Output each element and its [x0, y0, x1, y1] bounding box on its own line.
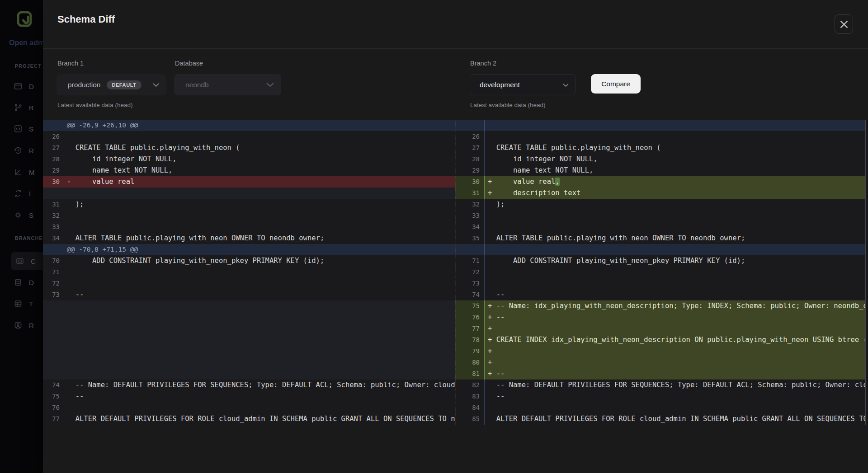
scrollbar-track[interactable]: [865, 391, 868, 402]
left-line-number: 27: [43, 142, 64, 154]
left-filler: [43, 312, 64, 323]
right-line-number: 74: [455, 289, 484, 300]
left-filler: [43, 300, 64, 312]
left-code-line: );: [64, 199, 455, 210]
branch1-meta: Latest available data (head): [57, 102, 133, 108]
scrollbar-track[interactable]: [865, 255, 868, 267]
left-filler: [43, 323, 64, 334]
right-line-number: 85: [455, 413, 484, 425]
scrollbar-track[interactable]: [865, 131, 868, 142]
left-gutter: [43, 244, 64, 255]
right-line-number: 81: [455, 368, 484, 379]
left-line-number: 73: [43, 289, 64, 300]
left-line-number: 33: [43, 221, 64, 233]
right-gutter: [455, 120, 484, 131]
right-code-line: [485, 210, 865, 221]
close-button[interactable]: [835, 14, 853, 34]
database-label: Database: [175, 60, 203, 67]
left-code-line: [64, 221, 455, 233]
left-code-line: [64, 131, 455, 142]
left-code-line: id integer NOT NULL,: [64, 154, 455, 165]
right-code-line: [485, 221, 865, 233]
scrollbar-track[interactable]: [865, 267, 868, 278]
added-code-line: + --: [485, 368, 865, 379]
scrollbar-track[interactable]: [865, 334, 868, 346]
left-code-line: ADD CONSTRAINT playing_with_neon_pkey PR…: [64, 255, 455, 267]
left-filler: [43, 346, 64, 357]
left-filler: [64, 346, 455, 357]
right-code-line: [485, 402, 865, 413]
hunk-header: @@ -26,9 +26,10 @@: [64, 120, 455, 131]
scrollbar-track[interactable]: [865, 323, 868, 334]
scrollbar-track[interactable]: [865, 199, 868, 210]
right-code-line: [485, 278, 865, 289]
modal-header: Schema Diff: [43, 0, 868, 49]
right-code-line: [485, 120, 865, 131]
right-code-line: [485, 131, 865, 142]
scrollbar-track[interactable]: [865, 165, 868, 176]
scrollbar-track[interactable]: [865, 210, 868, 221]
right-code-line: );: [485, 199, 865, 210]
left-filler: [43, 357, 64, 368]
left-line-number: 29: [43, 165, 64, 176]
scrollbar-track[interactable]: [865, 312, 868, 323]
right-line-number: 26: [455, 131, 484, 142]
left-code-line: [64, 267, 455, 278]
left-line-number: 75: [43, 391, 64, 402]
right-line-number: 29: [455, 165, 484, 176]
left-line-number: 76: [43, 402, 64, 413]
left-filler: [43, 334, 64, 346]
database-select[interactable]: neondb: [174, 74, 281, 95]
compare-button[interactable]: Compare: [591, 74, 641, 94]
left-code-line: ALTER DEFAULT PRIVILEGES FOR ROLE cloud_…: [64, 413, 455, 425]
branch2-select[interactable]: development: [470, 74, 576, 95]
schema-diff-view[interactable]: @@ -26,9 +26,10 @@262627 CREATE TABLE pu…: [43, 120, 868, 425]
right-line-number: 73: [455, 278, 484, 289]
scrollbar-track[interactable]: [865, 120, 868, 131]
scrollbar-track[interactable]: [865, 402, 868, 413]
scrollbar-track[interactable]: [865, 300, 868, 312]
scrollbar-track[interactable]: [865, 289, 868, 300]
scrollbar-track[interactable]: [865, 233, 868, 244]
added-code-line: +: [485, 357, 865, 368]
scrollbar-track[interactable]: [865, 244, 868, 255]
added-code-line: + CREATE INDEX idx_playing_with_neon_des…: [485, 334, 865, 346]
left-filler: [64, 312, 455, 323]
right-code-line: [485, 244, 865, 255]
scrollbar-track[interactable]: [865, 413, 868, 425]
right-line-number: 80: [455, 357, 484, 368]
left-code-line: [64, 210, 455, 221]
scrollbar-track[interactable]: [865, 154, 868, 165]
left-line-number: 26: [43, 131, 64, 142]
right-code-line: ALTER TABLE public.playing_with_neon OWN…: [485, 233, 865, 244]
left-code-line: ALTER TABLE public.playing_with_neon OWN…: [64, 233, 455, 244]
scrollbar-track[interactable]: [865, 368, 868, 379]
added-code-line: + -- Name: idx_playing_with_neon_descrip…: [485, 300, 865, 312]
added-code-line: + --: [485, 312, 865, 323]
screen: Open admin PROJECT DBSRMIS BRANCHES CDTR…: [0, 0, 868, 473]
scrollbar-track[interactable]: [865, 357, 868, 368]
left-line-number: 30: [43, 176, 64, 187]
right-line-number: 30: [455, 176, 484, 187]
scrollbar-track[interactable]: [865, 176, 868, 187]
left-filler: [64, 187, 455, 199]
scrollbar-track[interactable]: [865, 278, 868, 289]
left-gutter: [43, 120, 64, 131]
scrollbar-track[interactable]: [865, 379, 868, 391]
added-code-line: + description text: [485, 187, 865, 199]
scrollbar-track[interactable]: [865, 187, 868, 199]
scrollbar-track[interactable]: [865, 346, 868, 357]
left-filler: [64, 323, 455, 334]
right-line-number: 28: [455, 154, 484, 165]
left-filler: [43, 368, 64, 379]
branch1-select[interactable]: production DEFAULT: [57, 74, 166, 95]
close-icon: [840, 20, 848, 28]
right-line-number: 79: [455, 346, 484, 357]
right-line-number: 84: [455, 402, 484, 413]
left-filler: [64, 300, 455, 312]
right-line-number: 83: [455, 391, 484, 402]
right-gutter: [455, 244, 484, 255]
scrollbar-track[interactable]: [865, 142, 868, 154]
left-code-line: [64, 402, 455, 413]
scrollbar-track[interactable]: [865, 221, 868, 233]
